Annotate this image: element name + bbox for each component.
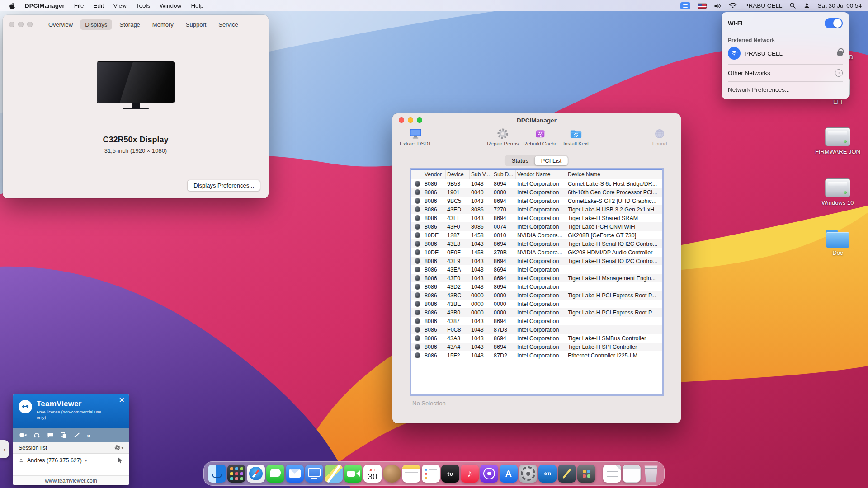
- pci-table-row[interactable]: 808643ED80867270Intel CorporationTiger L…: [411, 205, 662, 214]
- column-header-sub-device[interactable]: Sub D...: [492, 170, 516, 179]
- tab-memory[interactable]: Memory: [147, 19, 179, 30]
- pci-table-row[interactable]: 808643A410438694Intel CorporationTiger L…: [411, 343, 662, 351]
- pci-table-row[interactable]: 808643E910438694Intel CorporationTiger L…: [411, 257, 662, 265]
- chat-icon[interactable]: [47, 432, 54, 438]
- input-source-flag-icon[interactable]: [698, 3, 707, 9]
- dock-item-notes[interactable]: [402, 465, 420, 483]
- dock-item-plugins[interactable]: [577, 465, 595, 483]
- pci-table-row[interactable]: 808643E810438694Intel CorporationTiger L…: [411, 239, 662, 248]
- tab-overview[interactable]: Overview: [43, 19, 78, 30]
- menu-edit[interactable]: Edit: [94, 2, 104, 9]
- column-header-vendor[interactable]: Vendor: [423, 170, 446, 179]
- active-app-menu[interactable]: DPCIManager: [25, 2, 65, 9]
- tab-status[interactable]: Status: [505, 156, 535, 165]
- session-list-header[interactable]: Session list ▾: [13, 442, 129, 454]
- session-contact-row[interactable]: Andres (776 375 627) ▾: [13, 454, 129, 467]
- desktop-icon-firmware-jon[interactable]: FIRMWARE JON: [813, 127, 863, 155]
- zoom-button[interactable]: [27, 22, 33, 27]
- pci-table-row[interactable]: 80869B5310438694Intel CorporationComet L…: [411, 179, 662, 188]
- dock-item-messages[interactable]: [266, 465, 284, 483]
- dock-item-reminders[interactable]: [422, 465, 440, 483]
- dock-item-facetime[interactable]: [344, 465, 362, 483]
- menu-window[interactable]: Window: [160, 2, 181, 9]
- wifi-network-item[interactable]: PRABU CELL: [722, 45, 849, 61]
- dock-item-settings[interactable]: [519, 465, 537, 483]
- spotlight-search-icon[interactable]: [789, 2, 796, 9]
- tab-service[interactable]: Service: [213, 19, 243, 30]
- menu-bar-clock[interactable]: Sat 30 Jul 00.54: [817, 2, 862, 9]
- pci-table-row[interactable]: 8086190100400000Intel Corporation6th-10t…: [411, 188, 662, 197]
- video-call-icon[interactable]: [19, 432, 27, 438]
- menu-tools[interactable]: Tools: [136, 2, 151, 9]
- pci-table-row[interactable]: 808643B000000000Intel CorporationTiger L…: [411, 308, 662, 317]
- close-button[interactable]: [9, 22, 14, 27]
- column-header-vendor-name[interactable]: Vendor Name: [516, 170, 566, 179]
- dock-item-tools[interactable]: [558, 465, 576, 483]
- dock-item-launchpad[interactable]: [227, 465, 245, 483]
- repair-perms-button[interactable]: Repair Perms: [487, 128, 519, 146]
- fast-user-switching-icon[interactable]: [803, 2, 810, 9]
- dock-item-mail[interactable]: [286, 465, 304, 483]
- wifi-network-name[interactable]: PRABU CELL: [744, 2, 782, 9]
- install-kext-button[interactable]: Install Kext: [562, 128, 590, 146]
- pci-table-row[interactable]: 808643F080860074Intel CorporationTiger L…: [411, 222, 662, 231]
- session-settings-gear-icon[interactable]: ▾: [114, 445, 123, 450]
- more-icon[interactable]: »: [87, 432, 90, 439]
- dock-item-tv[interactable]: [441, 465, 459, 483]
- pci-table-row[interactable]: 808643EF10438694Intel CorporationTiger L…: [411, 214, 662, 222]
- copy-icon[interactable]: [61, 432, 67, 438]
- column-header-device-name[interactable]: Device Name: [566, 170, 662, 179]
- dock-item-safari[interactable]: [247, 465, 265, 483]
- column-header-device[interactable]: Device: [446, 170, 470, 179]
- dock-item-podcasts[interactable]: [480, 465, 498, 483]
- wifi-toggle[interactable]: [825, 18, 843, 28]
- pci-table-row[interactable]: 808643E010438694Intel CorporationTiger L…: [411, 274, 662, 282]
- desktop-icon-windows-10[interactable]: Windows 10: [813, 178, 863, 206]
- pci-table-row[interactable]: 8086F0C8104387D3Intel Corporation: [411, 325, 662, 334]
- pci-table-row[interactable]: 80869BC510438694Intel CorporationCometLa…: [411, 197, 662, 205]
- tab-displays[interactable]: Displays: [80, 19, 112, 30]
- pci-table-row[interactable]: 10DE128714580010NVIDIA Corpora...GK208B …: [411, 231, 662, 239]
- brush-icon[interactable]: [74, 432, 80, 438]
- pci-table-row[interactable]: 8086438710438694Intel Corporation: [411, 317, 662, 325]
- dock-item-sphere[interactable]: [383, 465, 401, 483]
- dock-item-trash[interactable]: [642, 465, 660, 483]
- tab-storage[interactable]: Storage: [114, 19, 145, 30]
- extract-dsdt-button[interactable]: Extract DSDT: [400, 128, 431, 146]
- minimize-button[interactable]: [18, 22, 24, 27]
- dock-item-finder[interactable]: [208, 465, 226, 483]
- pci-table-row[interactable]: 808643A310438694Intel CorporationTiger L…: [411, 334, 662, 343]
- display-status-icon[interactable]: [680, 2, 690, 9]
- other-networks-item[interactable]: Other Networks ›: [722, 67, 849, 79]
- menu-help[interactable]: Help: [191, 2, 203, 9]
- remote-cursor-icon[interactable]: [118, 457, 123, 464]
- desktop-icon-doc[interactable]: Doc: [813, 229, 863, 256]
- wifi-icon[interactable]: [729, 3, 737, 9]
- tab-pci-list[interactable]: PCI List: [535, 156, 568, 165]
- pci-table-row[interactable]: 10DE0E0F1458379BNVIDIA Corpora...GK208 H…: [411, 248, 662, 257]
- dock-item-maps[interactable]: [325, 465, 343, 483]
- pci-table-row[interactable]: 808643BC00000000Intel CorporationTiger L…: [411, 291, 662, 300]
- dock-item-calendar[interactable]: JUL30: [363, 465, 382, 483]
- pci-table-row[interactable]: 808643D210438694Intel Corporation: [411, 282, 662, 291]
- tab-support[interactable]: Support: [181, 19, 212, 30]
- dock-item-appstore[interactable]: [500, 465, 518, 483]
- volume-icon[interactable]: [714, 3, 722, 9]
- column-header-sub-vendor[interactable]: Sub V...: [470, 170, 492, 179]
- teamviewer-website-link[interactable]: www.teamviewer.com: [13, 475, 129, 485]
- pci-table-row[interactable]: 808615F2104387D2Intel CorporationEtherne…: [411, 351, 662, 360]
- dock-item-document[interactable]: [603, 465, 621, 483]
- headset-icon[interactable]: [33, 432, 40, 438]
- network-preferences-item[interactable]: Network Preferences...: [722, 84, 849, 95]
- panel-collapse-handle[interactable]: ›: [0, 440, 9, 458]
- close-icon[interactable]: ✕: [119, 397, 125, 404]
- pci-table-row[interactable]: 808643EA10438694Intel Corporation: [411, 265, 662, 274]
- dock-item-teamviewer[interactable]: [538, 465, 557, 483]
- pci-table-row[interactable]: 808643BE00000000Intel Corporation: [411, 300, 662, 308]
- dock-item-displays[interactable]: [305, 465, 323, 483]
- dock-item-music[interactable]: [461, 465, 479, 483]
- menu-file[interactable]: File: [74, 2, 84, 9]
- displays-preferences-button[interactable]: Displays Preferences...: [187, 180, 260, 191]
- menu-view[interactable]: View: [113, 2, 127, 9]
- apple-menu-icon[interactable]: [9, 2, 15, 9]
